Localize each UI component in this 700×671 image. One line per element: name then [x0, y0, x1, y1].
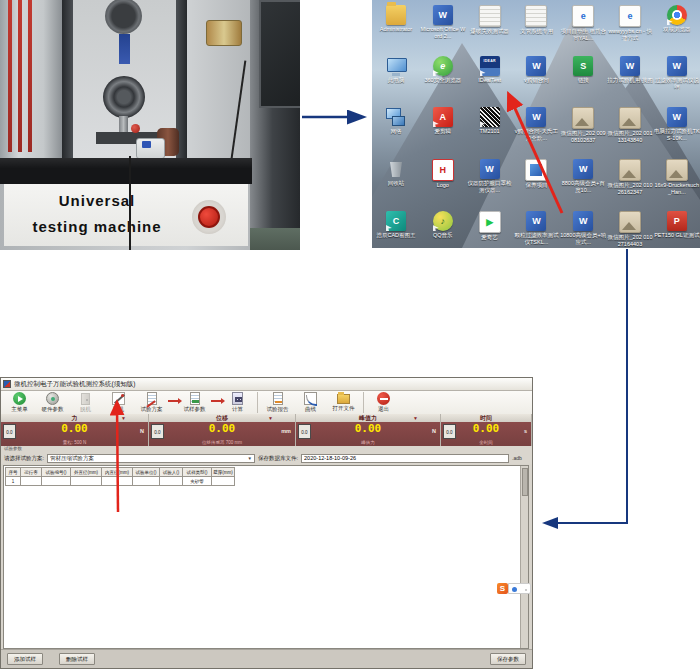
desktop-icon-_202-01026162347[interactable]: 微信图片_202 01026162347 — [607, 159, 653, 195]
desktop-icon-v[interactable]: Wv购销合同-天氏工力全款... — [513, 107, 559, 141]
table-header: 内直径(mm) — [102, 468, 133, 477]
save-params-button[interactable]: 保存参数 — [490, 653, 526, 665]
scheme-select[interactable]: 管材压缩试验方案 ▼ — [47, 454, 255, 463]
table-cell[interactable]: 夹砂管 — [183, 477, 212, 486]
desktop-icon-_202-01027164403[interactable]: 微信图片_202 01027164403 — [607, 211, 653, 247]
cable — [129, 156, 131, 250]
html-icon: e — [572, 5, 594, 27]
table-cell[interactable] — [133, 477, 160, 486]
table-cell[interactable] — [42, 477, 71, 486]
iqiyi-icon: ▶ — [479, 211, 501, 233]
desktop-icon-item[interactable]: W仪器防护服口罩检测仪器... — [467, 159, 513, 193]
footer-bar: 添加试样 删除试样 保存参数 — [1, 649, 532, 668]
desktop-icon-item[interactable]: W过滤效率测试仪说明 — [654, 56, 700, 90]
chevron-down-icon[interactable]: ▼ — [248, 456, 252, 461]
desktop-icon-_202-00113143840[interactable]: 微信图片_202 00113143840 — [607, 107, 653, 143]
panel-unit: N — [432, 428, 436, 434]
word-icon: W — [620, 56, 640, 76]
toolbar-button-report[interactable]: 试验报告 — [261, 391, 294, 414]
desktop-icon-item[interactable]: 网络 — [373, 107, 419, 135]
table-cell[interactable] — [71, 477, 102, 486]
desktop-icon-item[interactable]: ▶爱奇艺 — [467, 211, 513, 241]
desktop-icon-item[interactable]: 保养项目 — [513, 159, 559, 189]
specimen-fixture — [119, 34, 130, 64]
desktop-icon-item[interactable]: 文管系统专用 — [513, 5, 559, 35]
panel-unit: N — [140, 428, 144, 434]
desktop-icon-QQ[interactable]: ♪QQ音乐 — [420, 211, 466, 239]
desktop-icon-item[interactable]: S链接 — [560, 56, 606, 84]
title-bar[interactable]: 微机控制电子万能试验机测控系统(须知版) — [1, 378, 532, 391]
input-method-widget[interactable]: S — [497, 583, 531, 594]
controller-screen — [142, 141, 151, 148]
panel-header: 位移▼ — [149, 414, 295, 422]
widget-pill[interactable] — [508, 583, 531, 594]
table-cell[interactable] — [21, 477, 42, 486]
toolbar-separator — [257, 392, 258, 413]
flow-connector-desktop-to-app — [546, 249, 627, 523]
desktop-icon-wwwyyybs-cn[interactable]: ewwwyyybs.cn - 快捷方式 — [607, 5, 653, 41]
toolbar-button-exit[interactable]: 退出 — [367, 391, 400, 414]
table-cell[interactable] — [160, 477, 183, 486]
desktop-icon-v[interactable]: Wv购销合同 — [513, 56, 559, 84]
table-cell[interactable] — [212, 477, 235, 486]
chevron-down-icon[interactable]: ▼ — [268, 414, 273, 422]
exit-icon — [377, 392, 390, 405]
calc-icon — [232, 392, 243, 405]
desktop-icon-label: 爱剪辑 — [420, 128, 466, 135]
panel-sublabel: 峰值力 — [296, 440, 440, 445]
desktop-icon-item[interactable]: 双核浏览器 — [654, 5, 700, 33]
toolbar-button-openfile[interactable]: 打开文件 — [327, 391, 360, 414]
desktop-icon-_202-00908102637[interactable]: 微信图片_202 00908102637 — [560, 107, 606, 143]
toolbar-button-online[interactable]: 联机 — [102, 391, 135, 414]
desktop-icon-item[interactable]: W拉力试验机用 接图 — [607, 56, 653, 84]
desktop-icon-PET150-GL[interactable]: PPET150 GL证测试 — [654, 211, 700, 239]
toolbar-button-sample[interactable]: 试样参数 — [178, 391, 211, 414]
toolbar-button-label: 试样参数 — [178, 406, 211, 413]
panel-value: 0.00 — [149, 422, 295, 435]
desktop-icon-TSKL[interactable]: W颗粒过滤效率测试仪TSKL... — [513, 211, 559, 245]
word-icon: W — [526, 56, 546, 76]
toolbar-button-label: 试验方案 — [135, 406, 168, 413]
openfile-icon — [337, 394, 350, 404]
toolbar-button-curve[interactable]: 曲线 — [294, 391, 327, 414]
desktop-icon-item[interactable]: A爱剪辑 — [420, 107, 466, 135]
db-file-input[interactable] — [301, 454, 509, 463]
toolbar-button-hwparams[interactable]: 硬件参数 — [36, 391, 69, 414]
desktop-icon-label: wwwyyybs.cn - 快捷方式 — [607, 28, 653, 41]
desktop-icon-Logo[interactable]: HLogo — [420, 159, 466, 189]
desktop-icon-label: 保养项目 — [513, 182, 559, 189]
desktop-icon-10800[interactable]: W10800高级会员+响应式... — [560, 211, 606, 245]
table-cell[interactable]: 1 — [6, 477, 21, 486]
desktop-icon-label: PET150 GL证测试 — [654, 232, 700, 239]
desktop-icon-360[interactable]: e360安全浏览器 — [420, 56, 466, 84]
toolbar-button-calc[interactable]: 计算 — [221, 391, 254, 414]
desktop-icon-16x9-Druckersuch_Han[interactable]: 16x9-Druckersuch_Han... — [654, 159, 700, 195]
sogou-icon[interactable]: S — [497, 583, 508, 594]
toolbar-button-scheme[interactable]: 试验方案 — [135, 391, 168, 414]
sample-icon — [190, 392, 200, 405]
network-icon — [386, 107, 406, 127]
desktop-icon-CAD[interactable]: C浩辰CAD看图王 — [373, 211, 419, 239]
desktop-icon-TM2101[interactable]: TM2101 — [467, 107, 513, 135]
desktop-icon-8800-10[interactable]: W8800高级会员+百度10... — [560, 159, 606, 193]
table-cell[interactable] — [102, 477, 133, 486]
desktop-icon-IDealTest[interactable]: IDEARIDealTest — [467, 56, 513, 84]
desktop-icon-item[interactable]: 回收站 — [373, 159, 419, 187]
chevron-down-icon[interactable]: ▼ — [121, 414, 126, 422]
toolbar-button-mainmenu[interactable]: 主菜单 — [3, 391, 36, 414]
machine-column-left — [62, 0, 73, 172]
doc-icon — [525, 5, 547, 27]
desktop-icon-Microsoft-Office-Word-[interactable]: WMicrosoft Office Word 2... — [420, 5, 466, 39]
desktop-icon-Administrator[interactable]: Administrator — [373, 5, 419, 33]
table-header: 壁厚(mm) — [212, 468, 235, 477]
delete-specimen-button[interactable]: 删除试样 — [59, 653, 95, 665]
desktop-icon-label: 微信图片_202 01026162347 — [607, 182, 653, 195]
add-specimen-button[interactable]: 添加试样 — [7, 653, 43, 665]
desktop-icon-YAL[interactable]: e项目自动生 租赁合同YAL... — [560, 5, 606, 41]
desktop-icon-item[interactable]: 此电脑 — [373, 56, 419, 84]
desktop-icon-item[interactable]: 爆破失效测试器 — [467, 5, 513, 35]
desktop-icon-TKS-10K[interactable]: W电脑拉力试验机TKS-10K... — [654, 107, 700, 141]
vertical-scrollbar[interactable] — [520, 466, 528, 648]
panel-unit: mm — [281, 428, 291, 434]
chevron-down-icon[interactable]: ▼ — [413, 414, 418, 422]
